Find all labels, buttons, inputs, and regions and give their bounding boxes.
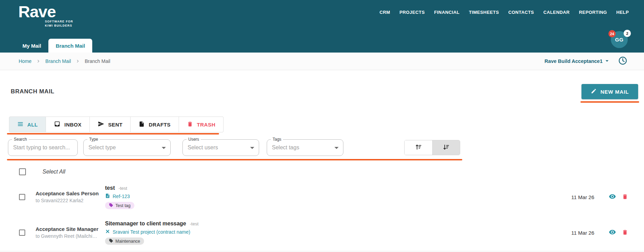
view-mail-button[interactable] bbox=[609, 228, 616, 237]
mail-reference-label[interactable]: Ref-123 bbox=[113, 194, 130, 199]
row-checkbox[interactable] bbox=[19, 194, 25, 200]
list-icon bbox=[17, 121, 23, 128]
chevron-right-icon bbox=[75, 58, 80, 64]
trash-icon bbox=[187, 121, 193, 128]
folder-tab-drafts-label: DRAFTS bbox=[149, 122, 170, 128]
tag-chip[interactable]: Maintenance bbox=[105, 237, 144, 245]
notification-badge[interactable]: 24 bbox=[608, 30, 616, 37]
tab-my-mail[interactable]: My Mail bbox=[15, 39, 48, 53]
filters-row: Search Type Select type Users Select use… bbox=[8, 139, 460, 156]
mail-project-link[interactable]: Sravani Test project (contract name) bbox=[105, 229, 567, 235]
view-mail-button[interactable] bbox=[609, 193, 616, 201]
trash-icon bbox=[622, 194, 628, 201]
mail-subject: Sitemanager to client message bbox=[105, 221, 186, 226]
users-select[interactable]: Users Select users bbox=[182, 139, 259, 156]
brand-tagline: SOFTWARE FOR KIWI BUILDERS bbox=[45, 19, 73, 28]
mail-subject-line: Sitemanager to client message -test bbox=[105, 221, 567, 227]
tags-placeholder: Select tags bbox=[272, 144, 299, 151]
folder-tab-all-label: ALL bbox=[27, 122, 38, 128]
sort-toggle-group bbox=[404, 140, 460, 155]
user-avatar[interactable]: 24 2 GG bbox=[611, 31, 628, 48]
nav-item-financial[interactable]: FINANCIAL bbox=[434, 10, 460, 15]
tag-chip[interactable]: Test tag bbox=[105, 202, 134, 209]
search-field[interactable]: Search bbox=[8, 139, 78, 156]
folder-tab-inbox[interactable]: INBOX bbox=[46, 116, 90, 132]
folder-tab-sent[interactable]: SENT bbox=[90, 116, 131, 132]
page-title: BRANCH MAIL bbox=[11, 88, 55, 95]
tags-field-label: Tags bbox=[271, 137, 283, 142]
eye-icon bbox=[609, 193, 616, 201]
mail-participants: Acceptance Sales Person to Sravani2222 K… bbox=[36, 190, 103, 204]
mail-recipient: to Sravani2222 Karla2 bbox=[36, 197, 103, 204]
nav-item-reporting[interactable]: REPORTING bbox=[579, 10, 607, 15]
folder-tab-inbox-label: INBOX bbox=[64, 122, 82, 128]
type-placeholder: Select type bbox=[88, 144, 116, 151]
mail-row[interactable]: Acceptance Sales Person to Sravani2222 K… bbox=[0, 183, 644, 212]
sort-ascending-button[interactable] bbox=[405, 140, 432, 155]
mail-subject-line: test -test bbox=[105, 185, 567, 191]
document-icon bbox=[105, 193, 110, 199]
nav-item-help[interactable]: HELP bbox=[616, 10, 629, 15]
mail-actions bbox=[609, 193, 628, 201]
delete-mail-button[interactable] bbox=[622, 194, 628, 201]
primary-nav: CRM PROJECTS FINANCIAL TIMESHEETS CONTAC… bbox=[379, 10, 629, 15]
branch-mail-content: BRANCH MAIL NEW MAIL ALL bbox=[0, 70, 644, 252]
folder-tab-all[interactable]: ALL bbox=[9, 116, 46, 132]
mail-subject-note: -test bbox=[119, 186, 127, 191]
nav-item-projects[interactable]: PROJECTS bbox=[399, 10, 425, 15]
send-icon bbox=[98, 121, 104, 128]
mail-subject: test bbox=[105, 185, 115, 191]
branch-mail-screen: Rave SOFTWARE FOR KIWI BUILDERS CRM PROJ… bbox=[0, 0, 644, 252]
select-all-row: Select All bbox=[19, 168, 65, 175]
chevron-down-icon bbox=[604, 57, 610, 65]
select-all-label: Select All bbox=[42, 169, 65, 175]
delete-mail-button[interactable] bbox=[622, 229, 628, 236]
mail-sender: Acceptance Site Manager bbox=[36, 226, 103, 233]
tag-icon bbox=[109, 203, 113, 208]
search-field-label: Search bbox=[12, 137, 29, 142]
mail-date: 11 Mar 26 bbox=[567, 194, 594, 200]
new-mail-label: NEW MAIL bbox=[600, 89, 629, 95]
users-placeholder: Select users bbox=[188, 144, 218, 151]
breadcrumb-home[interactable]: Home bbox=[19, 58, 31, 64]
mail-project-label[interactable]: Sravani Test project (contract name) bbox=[113, 229, 190, 235]
tag-chip-label: Maintenance bbox=[115, 239, 140, 244]
nav-item-crm[interactable]: CRM bbox=[379, 10, 390, 15]
history-button[interactable] bbox=[618, 56, 627, 67]
new-mail-button[interactable]: NEW MAIL bbox=[581, 84, 638, 99]
type-select[interactable]: Type Select type bbox=[83, 139, 171, 156]
nav-item-calendar[interactable]: CALENDAR bbox=[543, 10, 570, 15]
mail-sender: Acceptance Sales Person bbox=[36, 190, 103, 197]
select-all-checkbox[interactable] bbox=[19, 168, 26, 175]
brand-tagline-line1: SOFTWARE FOR bbox=[45, 19, 73, 24]
nav-item-timesheets[interactable]: TIMESHEETS bbox=[469, 10, 499, 15]
dropdown-arrow-icon bbox=[250, 147, 254, 149]
breadcrumb-branch-mail[interactable]: Branch Mail bbox=[45, 58, 71, 64]
workspace-selector[interactable]: Rave Build Acceptance1 bbox=[544, 57, 610, 65]
dropdown-arrow-icon bbox=[162, 147, 166, 149]
folder-tabs: ALL INBOX SENT DRAFTS bbox=[9, 116, 224, 132]
breadcrumb-bar-right: Rave Build Acceptance1 bbox=[544, 56, 627, 67]
row-checkbox[interactable] bbox=[19, 230, 25, 236]
sort-descending-button[interactable] bbox=[432, 140, 460, 155]
folder-tab-trash[interactable]: TRASH bbox=[179, 116, 224, 132]
tag-icon bbox=[109, 239, 113, 244]
inbox-icon bbox=[54, 121, 60, 128]
tab-branch-mail[interactable]: Branch Mail bbox=[48, 39, 92, 53]
folder-tab-drafts[interactable]: DRAFTS bbox=[131, 116, 179, 132]
message-badge[interactable]: 2 bbox=[624, 30, 631, 37]
search-input[interactable] bbox=[13, 144, 73, 151]
tags-select[interactable]: Tags Select tags bbox=[267, 139, 343, 156]
mail-date: 11 Mar 26 bbox=[567, 230, 594, 236]
folder-tab-sent-label: SENT bbox=[108, 122, 123, 128]
mail-row[interactable]: Acceptance Site Manager to Gwennyth Reet… bbox=[0, 218, 644, 247]
rave-logo[interactable]: Rave SOFTWARE FOR KIWI BUILDERS bbox=[18, 3, 73, 28]
trash-icon bbox=[622, 229, 628, 236]
nav-item-contacts[interactable]: CONTACTS bbox=[508, 10, 534, 15]
tools-icon bbox=[105, 229, 110, 235]
mail-tag-row: Test tag bbox=[105, 199, 567, 209]
sort-descending-icon bbox=[443, 143, 450, 152]
breadcrumb: Home Branch Mail Branch Mail bbox=[19, 58, 110, 64]
mail-reference-link[interactable]: Ref-123 bbox=[105, 193, 567, 199]
orange-annotation-line bbox=[7, 133, 219, 134]
